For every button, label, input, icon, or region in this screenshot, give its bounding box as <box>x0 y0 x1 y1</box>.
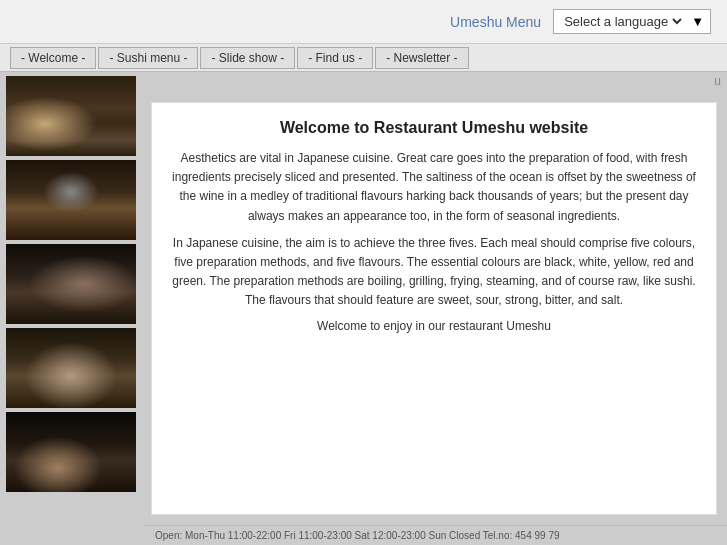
dropdown-arrow-icon: ▼ <box>691 14 704 29</box>
tab-welcome[interactable]: - Welcome - <box>10 47 96 69</box>
welcome-closing: Welcome to enjoy in our restaurant Umesh… <box>172 319 696 333</box>
welcome-box: Welcome to Restaurant Umeshu website Aes… <box>151 102 717 515</box>
sidebar-image-2[interactable] <box>6 160 136 240</box>
footer-text: Open: Mon-Thu 11:00-22:00 Fri 11:00-23:0… <box>155 530 560 541</box>
tab-find-us[interactable]: - Find us - <box>297 47 373 69</box>
tab-sushi-menu[interactable]: - Sushi menu - <box>98 47 198 69</box>
corner-badge: u <box>708 72 727 90</box>
sidebar-image-5[interactable] <box>6 412 136 492</box>
sidebar-images <box>0 72 145 545</box>
welcome-title: Welcome to Restaurant Umeshu website <box>172 119 696 137</box>
nav-bar: - Welcome - - Sushi menu - - Slide show … <box>0 44 727 72</box>
sidebar-image-1[interactable] <box>6 76 136 156</box>
sidebar-image-3[interactable] <box>6 244 136 324</box>
top-bar: Umeshu Menu Select a language English Fr… <box>0 0 727 44</box>
welcome-paragraph-1: Aesthetics are vital in Japanese cuisine… <box>172 149 696 226</box>
language-select[interactable]: Select a language English French Japanes… <box>560 13 685 30</box>
language-selector-wrapper[interactable]: Select a language English French Japanes… <box>553 9 711 34</box>
footer-bar: Open: Mon-Thu 11:00-22:00 Fri 11:00-23:0… <box>145 525 727 545</box>
content-area: u Welcome to Restaurant Umeshu website A… <box>145 72 727 545</box>
menu-title-link[interactable]: Umeshu Menu <box>450 14 541 30</box>
tab-slide-show[interactable]: - Slide show - <box>200 47 295 69</box>
sidebar-image-4[interactable] <box>6 328 136 408</box>
welcome-paragraph-2: In Japanese cuisine, the aim is to achie… <box>172 234 696 311</box>
main-content: u Welcome to Restaurant Umeshu website A… <box>0 72 727 545</box>
tab-newsletter[interactable]: - Newsletter - <box>375 47 468 69</box>
